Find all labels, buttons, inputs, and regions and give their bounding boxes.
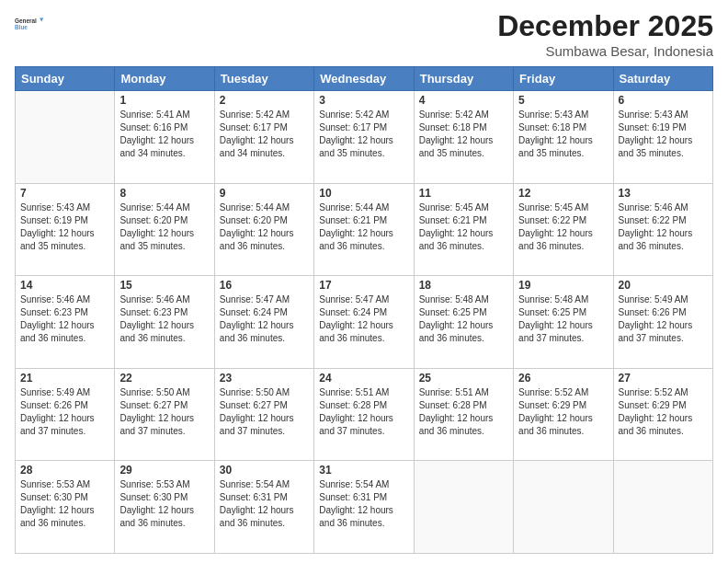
day-info: Sunrise: 5:50 AM Sunset: 6:27 PM Dayligh…	[119, 386, 209, 438]
day-info: Sunrise: 5:46 AM Sunset: 6:23 PM Dayligh…	[20, 293, 109, 345]
calendar-week-row: 28Sunrise: 5:53 AM Sunset: 6:30 PM Dayli…	[16, 461, 713, 554]
day-number: 2	[220, 94, 309, 107]
table-row: 20Sunrise: 5:49 AM Sunset: 6:26 PM Dayli…	[613, 276, 712, 369]
day-info: Sunrise: 5:49 AM Sunset: 6:26 PM Dayligh…	[20, 386, 109, 438]
day-info: Sunrise: 5:43 AM Sunset: 6:18 PM Dayligh…	[518, 109, 608, 160]
table-row: 7Sunrise: 5:43 AM Sunset: 6:19 PM Daylig…	[16, 183, 115, 276]
day-number: 17	[319, 279, 408, 292]
table-row: 21Sunrise: 5:49 AM Sunset: 6:26 PM Dayli…	[16, 368, 115, 461]
table-row: 6Sunrise: 5:43 AM Sunset: 6:19 PM Daylig…	[613, 91, 712, 184]
day-number: 11	[419, 187, 508, 200]
table-row	[613, 461, 712, 554]
table-row: 11Sunrise: 5:45 AM Sunset: 6:21 PM Dayli…	[414, 183, 513, 276]
calendar-table: Sunday Monday Tuesday Wednesday Thursday…	[15, 66, 713, 554]
day-info: Sunrise: 5:46 AM Sunset: 6:23 PM Dayligh…	[119, 293, 209, 345]
day-info: Sunrise: 5:50 AM Sunset: 6:27 PM Dayligh…	[220, 386, 309, 438]
header-wednesday: Wednesday	[314, 67, 414, 91]
day-info: Sunrise: 5:47 AM Sunset: 6:24 PM Dayligh…	[220, 293, 309, 345]
day-info: Sunrise: 5:54 AM Sunset: 6:31 PM Dayligh…	[319, 478, 408, 530]
calendar-week-row: 7Sunrise: 5:43 AM Sunset: 6:19 PM Daylig…	[16, 183, 713, 276]
day-number: 24	[319, 372, 408, 385]
day-number: 26	[518, 372, 608, 385]
day-number: 9	[220, 187, 309, 200]
table-row: 24Sunrise: 5:51 AM Sunset: 6:28 PM Dayli…	[314, 368, 414, 461]
svg-text:Blue: Blue	[15, 24, 28, 30]
day-info: Sunrise: 5:45 AM Sunset: 6:21 PM Dayligh…	[419, 201, 508, 253]
table-row: 15Sunrise: 5:46 AM Sunset: 6:23 PM Dayli…	[115, 276, 214, 369]
table-row: 17Sunrise: 5:47 AM Sunset: 6:24 PM Dayli…	[314, 276, 414, 369]
day-number: 16	[220, 279, 309, 292]
day-number: 28	[20, 464, 109, 477]
table-row: 19Sunrise: 5:48 AM Sunset: 6:25 PM Dayli…	[514, 276, 613, 369]
table-row: 26Sunrise: 5:52 AM Sunset: 6:29 PM Dayli…	[514, 368, 613, 461]
table-row: 10Sunrise: 5:44 AM Sunset: 6:21 PM Dayli…	[314, 183, 414, 276]
table-row: 16Sunrise: 5:47 AM Sunset: 6:24 PM Dayli…	[214, 276, 313, 369]
header-tuesday: Tuesday	[214, 67, 313, 91]
table-row: 22Sunrise: 5:50 AM Sunset: 6:27 PM Dayli…	[115, 368, 214, 461]
day-info: Sunrise: 5:42 AM Sunset: 6:18 PM Dayligh…	[419, 109, 508, 160]
day-number: 29	[119, 464, 209, 477]
table-row: 25Sunrise: 5:51 AM Sunset: 6:28 PM Dayli…	[414, 368, 513, 461]
day-info: Sunrise: 5:46 AM Sunset: 6:22 PM Dayligh…	[619, 201, 708, 253]
header-sunday: Sunday	[16, 67, 115, 91]
day-number: 13	[619, 187, 708, 200]
day-number: 12	[518, 187, 608, 200]
table-row: 31Sunrise: 5:54 AM Sunset: 6:31 PM Dayli…	[314, 461, 414, 554]
logo-icon: GeneralBlue	[15, 9, 44, 39]
day-number: 21	[20, 372, 109, 385]
svg-text:General: General	[15, 17, 37, 24]
table-row: 18Sunrise: 5:48 AM Sunset: 6:25 PM Dayli…	[414, 276, 513, 369]
calendar-week-row: 14Sunrise: 5:46 AM Sunset: 6:23 PM Dayli…	[16, 276, 713, 369]
day-info: Sunrise: 5:52 AM Sunset: 6:29 PM Dayligh…	[518, 386, 608, 438]
header: GeneralBlue December 2025 Sumbawa Besar,…	[15, 9, 713, 59]
day-number: 31	[319, 464, 408, 477]
calendar-week-row: 1Sunrise: 5:41 AM Sunset: 6:16 PM Daylig…	[16, 91, 713, 184]
table-row: 1Sunrise: 5:41 AM Sunset: 6:16 PM Daylig…	[115, 91, 214, 184]
day-number: 20	[619, 279, 708, 292]
day-info: Sunrise: 5:45 AM Sunset: 6:22 PM Dayligh…	[518, 201, 608, 253]
logo: GeneralBlue	[15, 9, 44, 39]
table-row: 14Sunrise: 5:46 AM Sunset: 6:23 PM Dayli…	[16, 276, 115, 369]
table-row: 23Sunrise: 5:50 AM Sunset: 6:27 PM Dayli…	[214, 368, 313, 461]
day-number: 6	[619, 94, 708, 107]
table-row	[16, 91, 115, 184]
table-row: 9Sunrise: 5:44 AM Sunset: 6:20 PM Daylig…	[214, 183, 313, 276]
day-number: 14	[20, 279, 109, 292]
day-number: 4	[419, 94, 508, 107]
day-number: 1	[119, 94, 209, 107]
header-saturday: Saturday	[613, 67, 712, 91]
title-block: December 2025 Sumbawa Besar, Indonesia	[497, 9, 713, 59]
day-info: Sunrise: 5:43 AM Sunset: 6:19 PM Dayligh…	[20, 201, 109, 253]
table-row: 3Sunrise: 5:42 AM Sunset: 6:17 PM Daylig…	[314, 91, 414, 184]
header-thursday: Thursday	[414, 67, 513, 91]
svg-marker-2	[40, 18, 43, 22]
day-info: Sunrise: 5:43 AM Sunset: 6:19 PM Dayligh…	[619, 109, 708, 160]
table-row: 28Sunrise: 5:53 AM Sunset: 6:30 PM Dayli…	[16, 461, 115, 554]
day-info: Sunrise: 5:54 AM Sunset: 6:31 PM Dayligh…	[220, 478, 309, 530]
page: GeneralBlue December 2025 Sumbawa Besar,…	[0, 0, 728, 563]
day-info: Sunrise: 5:53 AM Sunset: 6:30 PM Dayligh…	[20, 478, 109, 530]
day-number: 5	[518, 94, 608, 107]
day-info: Sunrise: 5:48 AM Sunset: 6:25 PM Dayligh…	[419, 293, 508, 345]
day-info: Sunrise: 5:49 AM Sunset: 6:26 PM Dayligh…	[619, 293, 708, 345]
calendar-header-row: Sunday Monday Tuesday Wednesday Thursday…	[16, 67, 713, 91]
table-row: 29Sunrise: 5:53 AM Sunset: 6:30 PM Dayli…	[115, 461, 214, 554]
day-info: Sunrise: 5:53 AM Sunset: 6:30 PM Dayligh…	[119, 478, 209, 530]
day-number: 3	[319, 94, 408, 107]
month-year-title: December 2025	[497, 9, 713, 43]
header-friday: Friday	[514, 67, 613, 91]
table-row: 5Sunrise: 5:43 AM Sunset: 6:18 PM Daylig…	[514, 91, 613, 184]
table-row	[514, 461, 613, 554]
calendar-week-row: 21Sunrise: 5:49 AM Sunset: 6:26 PM Dayli…	[16, 368, 713, 461]
day-info: Sunrise: 5:44 AM Sunset: 6:21 PM Dayligh…	[319, 201, 408, 253]
day-number: 23	[220, 372, 309, 385]
day-info: Sunrise: 5:41 AM Sunset: 6:16 PM Dayligh…	[119, 109, 209, 160]
day-info: Sunrise: 5:47 AM Sunset: 6:24 PM Dayligh…	[319, 293, 408, 345]
table-row	[414, 461, 513, 554]
day-number: 15	[119, 279, 209, 292]
day-number: 22	[119, 372, 209, 385]
day-info: Sunrise: 5:51 AM Sunset: 6:28 PM Dayligh…	[319, 386, 408, 438]
day-number: 10	[319, 187, 408, 200]
day-number: 30	[220, 464, 309, 477]
table-row: 12Sunrise: 5:45 AM Sunset: 6:22 PM Dayli…	[514, 183, 613, 276]
